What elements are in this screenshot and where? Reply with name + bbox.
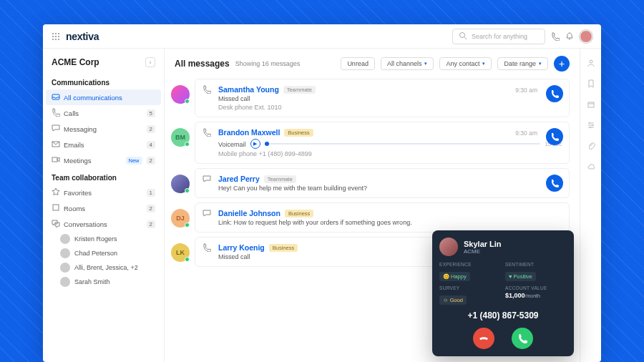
person-item[interactable]: Sarah Smith bbox=[43, 275, 164, 289]
inbox-icon bbox=[52, 92, 59, 102]
nav-badge: 5 bbox=[147, 109, 155, 117]
nav-all-communications[interactable]: All communications bbox=[46, 89, 161, 105]
message-line: Voicemail bbox=[218, 141, 246, 148]
svg-point-21 bbox=[589, 122, 590, 124]
room-icon bbox=[52, 203, 59, 213]
chat-icon bbox=[203, 175, 213, 192]
voicemail-track[interactable] bbox=[265, 143, 541, 145]
message-avatar: LK bbox=[171, 243, 190, 262]
rail-bookmark-icon[interactable] bbox=[587, 79, 595, 90]
person-item[interactable]: Alli, Brent, Jessica, +2 bbox=[43, 260, 164, 275]
person-name: Kristen Rogers bbox=[74, 235, 155, 243]
phone-icon bbox=[203, 128, 213, 157]
rail-cloud-icon[interactable] bbox=[587, 162, 595, 173]
message-subline: Desk phone Ext. 1010 bbox=[218, 104, 562, 111]
person-avatar bbox=[60, 263, 70, 273]
nav-favorites[interactable]: Favorites1 bbox=[43, 185, 164, 200]
presence-dot bbox=[185, 222, 190, 228]
message-row[interactable]: BM Brandon MaxwellBusiness Voicemail▶15 … bbox=[195, 122, 570, 164]
contact-tag: Business bbox=[284, 129, 313, 137]
nav-label: Favorites bbox=[64, 189, 142, 197]
org-name: ACME Corp bbox=[52, 57, 145, 67]
presence-dot bbox=[185, 188, 190, 193]
message-row[interactable]: Jared PerryTeammate Hey! Can you help me… bbox=[195, 168, 570, 198]
nav-meetings[interactable]: MeetingsNew2 bbox=[43, 152, 164, 168]
chat-icon bbox=[203, 209, 213, 226]
svg-point-23 bbox=[590, 127, 591, 128]
call-back-button[interactable] bbox=[546, 175, 563, 192]
message-name[interactable]: Larry Koenig bbox=[218, 243, 265, 252]
nav-label: Calls bbox=[64, 109, 142, 117]
nav-badge: 2 bbox=[147, 205, 155, 212]
presence-dot bbox=[185, 99, 190, 104]
filter-contact[interactable]: Any contact▾ bbox=[439, 57, 492, 70]
message-name[interactable]: Brandon Maxwell bbox=[218, 128, 280, 137]
stat-account-value: $1,000/month bbox=[505, 292, 567, 299]
message-name[interactable]: Samantha Young bbox=[218, 85, 279, 94]
person-avatar bbox=[60, 234, 70, 244]
caller-name: Skylar Lin bbox=[464, 240, 502, 248]
contact-tag: Business bbox=[285, 210, 313, 217]
rail-attach-icon[interactable] bbox=[587, 142, 595, 152]
message-row[interactable]: Samantha YoungTeammate Missed call Desk … bbox=[195, 79, 570, 117]
top-bar: nextiva Search for anything bbox=[43, 24, 601, 49]
rail-settings-icon[interactable] bbox=[587, 121, 595, 132]
call-back-button[interactable] bbox=[546, 128, 563, 145]
play-voicemail-button[interactable]: ▶ bbox=[250, 139, 260, 149]
person-avatar bbox=[60, 248, 70, 258]
phone-icon bbox=[203, 243, 213, 260]
nav-rooms[interactable]: Rooms2 bbox=[43, 200, 164, 216]
message-row[interactable]: DJ Danielle JohnsonBusiness Link: How to… bbox=[195, 202, 570, 233]
nav-conversations[interactable]: Conversations2 bbox=[43, 216, 164, 232]
video-icon bbox=[52, 155, 59, 165]
decline-call-button[interactable] bbox=[473, 328, 494, 349]
filter-unread[interactable]: Unread bbox=[341, 57, 375, 70]
presence-dot bbox=[185, 142, 190, 147]
apps-grid-icon[interactable] bbox=[52, 32, 60, 41]
message-name[interactable]: Danielle Johnson bbox=[218, 209, 280, 217]
right-rail bbox=[580, 49, 601, 362]
svg-point-4 bbox=[55, 36, 57, 37]
stat-survey-label: SURVEY bbox=[439, 285, 501, 290]
rail-contact-icon[interactable] bbox=[587, 59, 595, 69]
person-item[interactable]: Chad Peterson bbox=[43, 246, 164, 260]
nav-calls[interactable]: Calls5 bbox=[43, 105, 164, 121]
person-item[interactable]: Kristen Rogers bbox=[43, 232, 164, 246]
stat-sentiment-value: ♥ Positive bbox=[505, 272, 536, 281]
call-back-button[interactable] bbox=[546, 85, 563, 102]
bell-icon[interactable] bbox=[565, 32, 574, 41]
accept-call-button[interactable] bbox=[512, 328, 533, 349]
nav-messaging[interactable]: Messaging2 bbox=[43, 121, 164, 137]
nav-emails[interactable]: Emails4 bbox=[43, 137, 164, 152]
search-icon bbox=[459, 31, 467, 41]
message-name[interactable]: Jared Perry bbox=[218, 175, 260, 183]
filter-channels[interactable]: All channels▾ bbox=[381, 57, 434, 70]
stat-survey-value: ☺ Good bbox=[439, 295, 467, 305]
user-avatar[interactable] bbox=[580, 30, 592, 43]
nav-label: Meetings bbox=[64, 157, 120, 165]
stat-account-label: ACCOUNT VALUE bbox=[505, 285, 567, 290]
mail-icon bbox=[52, 140, 59, 150]
rail-calendar-icon[interactable] bbox=[587, 100, 595, 111]
collapse-sidebar-button[interactable]: ‹ bbox=[145, 57, 155, 67]
message-avatar bbox=[171, 85, 190, 104]
nav-label: Rooms bbox=[64, 205, 142, 212]
svg-point-2 bbox=[58, 33, 59, 34]
presence-dot bbox=[185, 257, 190, 262]
svg-point-6 bbox=[52, 39, 54, 40]
compose-button[interactable]: + bbox=[554, 56, 570, 72]
contact-tag: Business bbox=[269, 244, 298, 252]
convo-icon bbox=[52, 219, 59, 229]
message-time: 9:30 am bbox=[515, 87, 537, 94]
person-name: Chad Peterson bbox=[74, 250, 155, 257]
nav-label: Conversations bbox=[64, 220, 142, 228]
page-title: All messages bbox=[175, 59, 230, 69]
phone-icon bbox=[52, 108, 59, 118]
filter-date[interactable]: Date range▾ bbox=[497, 57, 548, 70]
phone-icon[interactable] bbox=[551, 32, 560, 41]
phone-icon bbox=[203, 85, 213, 111]
nav-badge: 1 bbox=[147, 189, 155, 197]
svg-point-9 bbox=[460, 32, 465, 37]
message-line: Link: How to request help with your orde… bbox=[218, 219, 562, 226]
search-input[interactable]: Search for anything bbox=[452, 29, 545, 44]
